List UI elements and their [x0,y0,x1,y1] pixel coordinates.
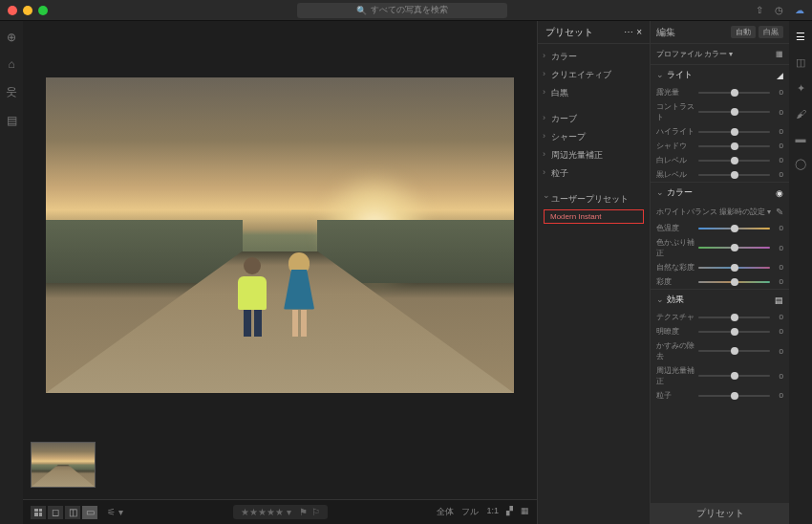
slider-label: 黒レベル [656,169,694,180]
presets-menu-icon[interactable]: ⋯ × [624,27,642,37]
original-toggle-icon[interactable]: ▦ [521,506,529,518]
preset-group[interactable]: クリエイティブ [538,66,650,84]
slider-label: 彩度 [656,276,694,287]
view-detail[interactable]: ▭ [82,506,97,519]
share-icon[interactable]: ⇧ [756,5,763,15]
window-maximize[interactable] [38,6,48,15]
thumbnail[interactable] [31,442,96,488]
slider-track[interactable] [698,145,770,147]
preset-group[interactable]: カーブ [538,110,650,128]
presets-title: プリセット [545,26,593,39]
home-icon[interactable]: ⌂ [8,57,14,71]
slider-knob[interactable] [731,244,738,251]
preset-group-user[interactable]: ユーザープリセット [538,190,650,208]
zoom-fit[interactable]: 全体 [437,506,454,518]
slider-knob[interactable] [731,171,738,179]
slider-knob[interactable] [731,157,738,164]
slider-label: テクスチャ [656,312,694,322]
view-square[interactable]: ◻ [48,506,63,519]
cloud-sync-icon[interactable]: ◷ [775,5,783,15]
preset-group[interactable]: 白黒 [538,84,650,102]
window-minimize[interactable] [23,6,32,15]
zoom-1to1[interactable]: 1:1 [486,506,499,518]
slider-track[interactable] [698,174,770,176]
color-mixer-icon[interactable]: ◉ [776,188,783,198]
view-grid[interactable] [31,506,46,519]
effects-icon[interactable]: ▤ [775,295,783,305]
crop-tool-icon[interactable]: ◫ [796,56,805,69]
slider-track[interactable] [698,111,770,113]
slider-track[interactable] [698,160,770,162]
wb-value[interactable]: 撮影時の設定 [719,207,765,216]
people-icon[interactable]: 웃 [6,84,17,100]
preset-button[interactable]: プリセット [651,503,789,524]
slider-track[interactable] [698,267,770,269]
slider-knob[interactable] [731,278,738,286]
slider-knob[interactable] [731,314,738,321]
window-close[interactable] [8,6,17,15]
profile-value[interactable]: カラー [704,50,727,58]
slider-track[interactable] [698,395,770,397]
linear-gradient-icon[interactable]: ▬ [796,133,806,144]
flag-reject-icon[interactable]: ⚐ [311,507,320,517]
slider-knob[interactable] [731,225,738,232]
heal-tool-icon[interactable]: ✦ [797,82,805,95]
search-input[interactable]: 🔍 すべての写真を検索 [297,3,507,18]
preset-group[interactable]: 粒子 [538,164,650,183]
slider-knob[interactable] [731,392,738,400]
preset-group[interactable]: カラー [538,48,650,66]
slider-track[interactable] [698,350,770,352]
histogram-icon[interactable]: ▞ [506,506,513,518]
slider-value: 0 [774,108,783,117]
slider-track[interactable] [698,131,770,133]
flag-pick-icon[interactable]: ⚑ [299,507,308,517]
slider-label: 色かぶり補正 [656,237,694,258]
slider-track[interactable] [698,92,770,94]
slider-knob[interactable] [731,142,738,150]
zoom-fill[interactable]: フル [461,506,479,518]
preset-item[interactable]: Modern Instant [544,209,644,224]
slider-value: 0 [774,277,783,286]
search-icon: 🔍 [356,6,367,15]
auto-button[interactable]: 自動 [731,26,756,38]
rating-stars[interactable]: ★★★★★ ▾⚑⚐ [233,505,328,519]
bw-button[interactable]: 白黒 [759,26,783,38]
section-light[interactable]: ⌄ライト ◢ [651,64,789,85]
preset-group[interactable]: 周辺光量補正 [538,146,650,164]
slider-value: 0 [774,142,783,150]
slider-track[interactable] [698,247,770,249]
section-effects[interactable]: ⌄効果 ▤ [651,289,789,310]
filter-icon[interactable]: ⚟ ▾ [107,507,123,517]
view-compare[interactable]: ◫ [65,506,80,519]
add-photos-icon[interactable]: ⊕ [7,31,16,44]
brush-tool-icon[interactable]: 🖌 [796,108,806,120]
slider-knob[interactable] [731,128,738,136]
profile-grid-icon[interactable]: ▦ [776,50,783,58]
cloud-icon[interactable]: ☁ [795,5,804,15]
slider-track[interactable] [698,228,770,229]
slider-track[interactable] [698,331,770,333]
slider-knob[interactable] [731,264,738,272]
slider-knob[interactable] [731,347,738,355]
main-photo[interactable] [46,77,514,393]
slider-label: 露光量 [656,87,694,98]
eyedropper-icon[interactable]: ✎ [776,207,783,217]
slider-value: 0 [774,170,783,179]
effects-title: 効果 [667,295,684,304]
edit-tool-icon[interactable]: ☰ [796,31,805,43]
section-color[interactable]: ⌄カラー ◉ [651,182,789,203]
slider-knob[interactable] [731,372,738,380]
slider-track[interactable] [698,375,770,377]
preset-group[interactable]: シャープ [538,128,650,146]
tone-curve-icon[interactable]: ◢ [777,71,783,80]
slider-value: 0 [774,327,783,336]
slider-track[interactable] [698,281,770,283]
slider-label: 明瞭度 [656,326,694,337]
slider-knob[interactable] [731,328,738,336]
radial-gradient-icon[interactable]: ◯ [795,158,806,170]
slider-knob[interactable] [731,89,738,97]
slider-knob[interactable] [731,108,738,116]
library-icon[interactable]: ▤ [7,114,17,127]
slider-track[interactable] [698,317,770,318]
slider-label: 粒子 [656,390,694,401]
